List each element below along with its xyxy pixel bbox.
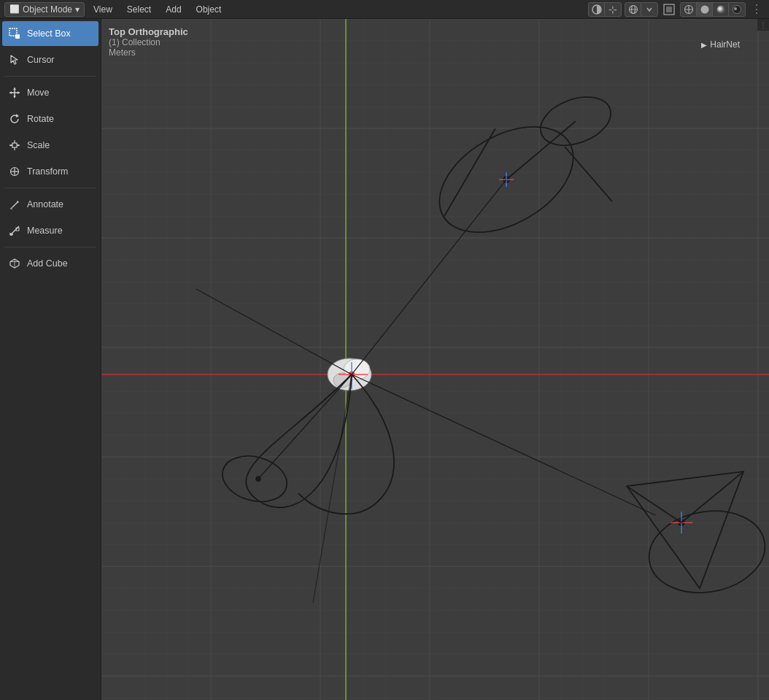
render-button[interactable] <box>729 2 745 17</box>
sidebar-item-move[interactable]: Move <box>2 80 98 105</box>
shading-buttons <box>680 2 746 17</box>
render-region-icon[interactable] <box>661 2 677 17</box>
viewport[interactable]: Top Orthographic (1) Collection Meters ▶… <box>101 19 769 700</box>
transform-label: Transform <box>27 166 69 177</box>
sidebar-divider-3 <box>4 247 96 247</box>
svg-marker-27 <box>9 145 12 147</box>
measure-icon <box>8 224 21 237</box>
sidebar-item-measure[interactable]: Measure <box>2 218 98 243</box>
transform-icon <box>8 165 21 178</box>
menu-add[interactable]: Add <box>160 2 187 17</box>
svg-marker-20 <box>18 91 20 94</box>
move-label: Move <box>27 88 50 98</box>
cursor-label: Cursor <box>27 55 55 65</box>
mode-select[interactable]: ⬜ Object Mode ▾ <box>4 2 85 17</box>
annotate-icon <box>8 198 21 211</box>
add-cube-icon <box>8 257 21 270</box>
chevron-down-icon[interactable] <box>641 2 657 17</box>
measure-label: Measure <box>27 226 63 236</box>
viewport-expand-handle[interactable]: ⋮ <box>757 19 769 31</box>
rotate-icon <box>8 112 21 126</box>
svg-marker-17 <box>13 88 16 90</box>
select-box-icon <box>8 27 21 40</box>
hairnet-triangle: ▶ <box>701 41 707 49</box>
main-layout: Select Box Cursor <box>0 19 769 700</box>
svg-rect-14 <box>15 34 20 39</box>
viewport-option-2[interactable]: ⊹ <box>605 2 621 17</box>
wireframe-button[interactable] <box>681 2 697 17</box>
rotate-label: Rotate <box>27 114 54 124</box>
sidebar-item-cursor[interactable]: Cursor <box>2 47 98 72</box>
sidebar-divider-1 <box>4 76 96 77</box>
globe-icon[interactable] <box>625 2 641 17</box>
hairnet-label: ▶ HairNet <box>701 39 740 50</box>
move-icon <box>8 86 21 99</box>
menu-view[interactable]: View <box>88 2 118 17</box>
sidebar-item-add-cube[interactable]: Add Cube <box>2 251 98 276</box>
svg-marker-19 <box>9 91 12 94</box>
sidebar-item-annotate[interactable]: Annotate <box>2 192 98 217</box>
svg-marker-28 <box>18 145 20 147</box>
select-box-label: Select Box <box>27 28 71 39</box>
sidebar-item-select-box[interactable]: Select Box <box>2 21 98 46</box>
svg-rect-5 <box>666 7 672 12</box>
svg-rect-22 <box>12 143 17 147</box>
menu-object[interactable]: Object <box>190 2 228 17</box>
grid-canvas <box>101 19 769 700</box>
top-bar: ⬜ Object Mode ▾ View Select Add Object ⊹ <box>0 0 769 19</box>
top-right-icons: ⊹ ⋮ <box>588 2 765 17</box>
more-options-icon[interactable]: ⋮ <box>749 2 765 17</box>
viewport-options: ⊹ <box>588 2 622 17</box>
cursor-icon <box>8 53 21 66</box>
sidebar-item-rotate[interactable]: Rotate <box>2 107 98 131</box>
sidebar-item-scale[interactable]: Scale <box>2 133 98 158</box>
sidebar: Select Box Cursor <box>0 19 101 700</box>
overlay-options <box>625 2 658 17</box>
scale-label: Scale <box>27 140 50 150</box>
svg-point-11 <box>733 5 741 13</box>
svg-point-12 <box>734 7 737 10</box>
svg-point-9 <box>700 5 708 13</box>
scale-icon <box>8 139 21 152</box>
svg-marker-18 <box>13 96 16 98</box>
add-cube-label: Add Cube <box>27 258 68 269</box>
mode-icon: ⬜ <box>9 4 20 14</box>
viewport-option-1[interactable] <box>589 2 605 17</box>
hairnet-text: HairNet <box>710 39 740 50</box>
mode-label: Object Mode <box>23 4 72 15</box>
menu-select[interactable]: Select <box>121 2 157 17</box>
annotate-label: Annotate <box>27 199 63 209</box>
material-button[interactable] <box>713 2 729 17</box>
svg-marker-21 <box>16 114 19 118</box>
solid-button[interactable] <box>697 2 713 17</box>
sidebar-item-transform[interactable]: Transform <box>2 159 98 184</box>
sidebar-divider-2 <box>4 188 96 188</box>
svg-point-10 <box>716 5 724 13</box>
mode-chevron: ▾ <box>75 4 80 15</box>
